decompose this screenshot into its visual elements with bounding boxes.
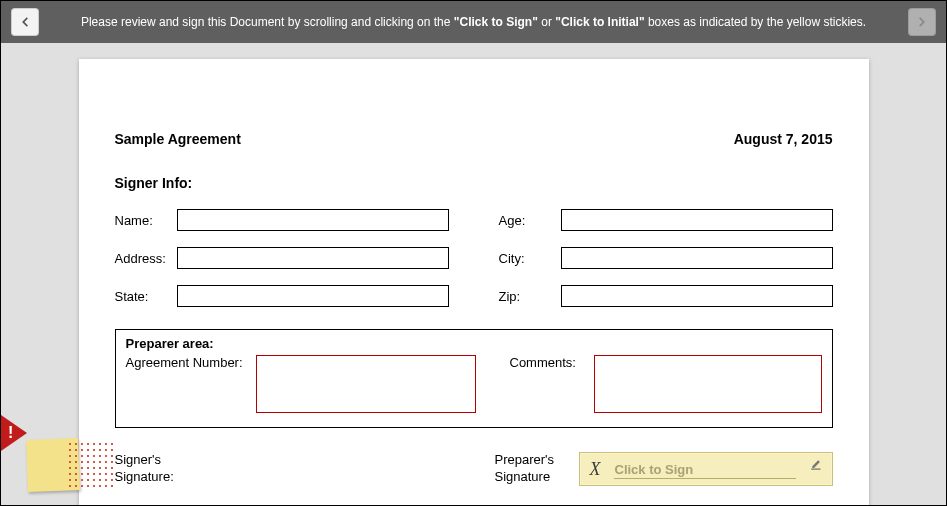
alert-flag-icon: ! <box>1 415 27 451</box>
arrow-left-icon <box>18 15 32 29</box>
instruction-text: Please review and sign this Document by … <box>39 14 908 31</box>
city-input[interactable] <box>561 247 833 269</box>
doc-date: August 7, 2015 <box>734 131 833 147</box>
sign-edit-icon <box>810 459 824 474</box>
document-page: Sample Agreement August 7, 2015 Signer I… <box>79 59 869 505</box>
name-label: Name: <box>115 213 177 228</box>
age-label: Age: <box>499 213 561 228</box>
alert-tab[interactable]: ! <box>1 415 27 451</box>
signer-info-heading: Signer Info: <box>115 175 833 191</box>
comments-input[interactable] <box>594 355 822 413</box>
document-stage: ! Sample Agreement August 7, 2015 Signer… <box>1 43 946 505</box>
svg-text:!: ! <box>8 424 13 441</box>
signature-x-mark: X <box>590 459 601 480</box>
signature-line <box>614 478 796 479</box>
arrow-right-icon <box>915 15 929 29</box>
city-label: City: <box>499 251 561 266</box>
sticky-dots-overlay <box>67 441 115 487</box>
zip-label: Zip: <box>499 289 561 304</box>
click-to-sign-button[interactable]: X Click to Sign <box>579 452 833 486</box>
agreement-number-input[interactable] <box>256 355 476 413</box>
address-label: Address: <box>115 251 177 266</box>
back-button[interactable] <box>11 8 39 36</box>
zip-input[interactable] <box>561 285 833 307</box>
sticky-note-indicator[interactable] <box>37 439 105 493</box>
signer-signature-label: Signer's Signature: <box>115 452 187 486</box>
age-input[interactable] <box>561 209 833 231</box>
state-label: State: <box>115 289 177 304</box>
preparer-heading: Preparer area: <box>126 336 822 351</box>
preparer-signature-label: Preparer's Signature <box>495 452 567 486</box>
comments-label: Comments: <box>510 355 586 370</box>
agreement-number-label: Agreement Number: <box>126 355 248 370</box>
top-instruction-bar: Please review and sign this Document by … <box>1 1 946 43</box>
address-input[interactable] <box>177 247 449 269</box>
click-to-sign-label: Click to Sign <box>615 462 694 477</box>
state-input[interactable] <box>177 285 449 307</box>
name-input[interactable] <box>177 209 449 231</box>
doc-title: Sample Agreement <box>115 131 241 147</box>
preparer-area: Preparer area: Agreement Number: Comment… <box>115 329 833 428</box>
forward-button[interactable] <box>908 8 936 36</box>
